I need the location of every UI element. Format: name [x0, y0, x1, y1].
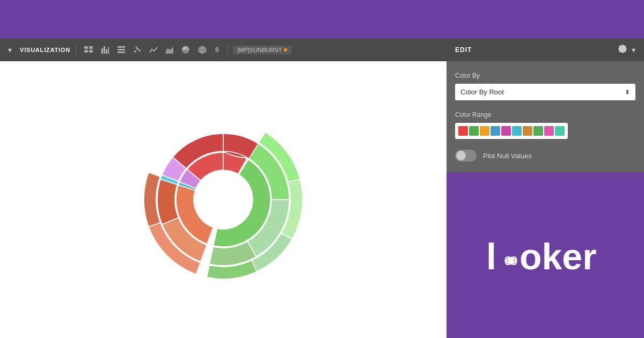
visualization-toolbar: ▾ VISUALIZATION: [0, 39, 447, 61]
line-chart-icon[interactable]: [147, 45, 160, 55]
svg-point-14: [135, 46, 137, 48]
table-icon[interactable]: [82, 45, 96, 55]
edit-content: Color By Color By Root ⬍ Color Range: [447, 61, 644, 172]
bar-chart-icon[interactable]: [99, 45, 112, 55]
svg-rect-5: [104, 46, 105, 54]
swatch-red[interactable]: [458, 126, 468, 136]
swatch-teal[interactable]: [555, 126, 565, 136]
dropdown-arrow-icon[interactable]: ▾: [5, 44, 14, 56]
swatch-green[interactable]: [469, 126, 479, 136]
right-panel: EDIT ▾ Color By Colo: [447, 39, 644, 338]
svg-rect-9: [118, 49, 125, 50]
color-range-label: Color Range: [455, 111, 635, 119]
left-panel: ▾ VISUALIZATION: [0, 39, 447, 338]
number-icon[interactable]: 6: [213, 44, 222, 55]
swatch-light-green[interactable]: [533, 126, 543, 136]
swatch-orange[interactable]: [480, 126, 489, 136]
svg-point-12: [136, 48, 138, 50]
svg-marker-15: [166, 47, 173, 54]
toolbar-divider-2: [227, 43, 228, 56]
edit-header-icons: ▾: [618, 44, 635, 56]
visualization-label: VISUALIZATION: [20, 47, 70, 53]
active-indicator: [284, 48, 287, 52]
toggle-knob: [456, 151, 466, 160]
main-content: ▾ VISUALIZATION: [0, 39, 644, 338]
svg-rect-7: [108, 47, 109, 54]
chevron-down-icon[interactable]: ▾: [632, 46, 635, 54]
swatch-purple[interactable]: [501, 126, 511, 136]
swatch-brown[interactable]: [523, 126, 532, 136]
swatch-pink[interactable]: [544, 126, 554, 136]
svg-point-11: [134, 50, 136, 53]
plot-null-label: Plot Null Values: [483, 152, 532, 160]
svg-text:l: l: [486, 236, 496, 277]
scatter-icon[interactable]: [131, 45, 144, 55]
list-icon[interactable]: [115, 45, 128, 55]
app-wrapper: ▾ VISUALIZATION: [0, 0, 644, 338]
edit-title: EDIT: [455, 46, 472, 54]
svg-rect-1: [89, 46, 93, 49]
looker-branding-area: l oker: [447, 172, 644, 338]
color-by-select-wrapper: Color By Root ⬍: [455, 84, 635, 100]
svg-rect-4: [101, 48, 103, 54]
svg-point-21: [194, 171, 252, 229]
looker-logo-svg: l oker: [486, 234, 604, 277]
plot-null-toggle[interactable]: [455, 150, 477, 161]
color-by-select[interactable]: Color By Root: [455, 84, 635, 100]
chart-type-badge[interactable]: [MP]SUNBURST: [233, 46, 291, 54]
looker-logo: l oker: [486, 234, 604, 277]
color-swatches[interactable]: [455, 123, 568, 139]
chart-area: [0, 61, 447, 338]
swatch-blue[interactable]: [491, 126, 500, 136]
svg-text:oker: oker: [519, 236, 597, 277]
swatch-cyan[interactable]: [512, 126, 522, 136]
area-chart-icon[interactable]: [163, 45, 176, 55]
svg-rect-3: [89, 50, 93, 53]
svg-point-13: [138, 49, 141, 52]
top-band: [0, 0, 644, 39]
svg-rect-2: [84, 50, 88, 53]
toolbar-divider-1: [76, 43, 76, 56]
color-by-group: Color By Color By Root ⬍: [455, 72, 635, 100]
sunburst-chart: [132, 108, 314, 291]
color-range-group: Color Range: [455, 111, 635, 139]
pie-chart-icon[interactable]: [179, 45, 192, 55]
svg-rect-6: [106, 49, 107, 54]
svg-rect-8: [118, 46, 125, 48]
settings-icon[interactable]: [618, 44, 627, 56]
svg-rect-0: [84, 46, 88, 49]
plot-null-row: Plot Null Values: [455, 150, 635, 161]
svg-rect-10: [118, 52, 125, 53]
map-icon[interactable]: [195, 45, 209, 55]
edit-header: EDIT ▾: [447, 39, 644, 61]
color-by-label: Color By: [455, 72, 635, 79]
chart-type-label: [MP]SUNBURST: [237, 47, 282, 53]
